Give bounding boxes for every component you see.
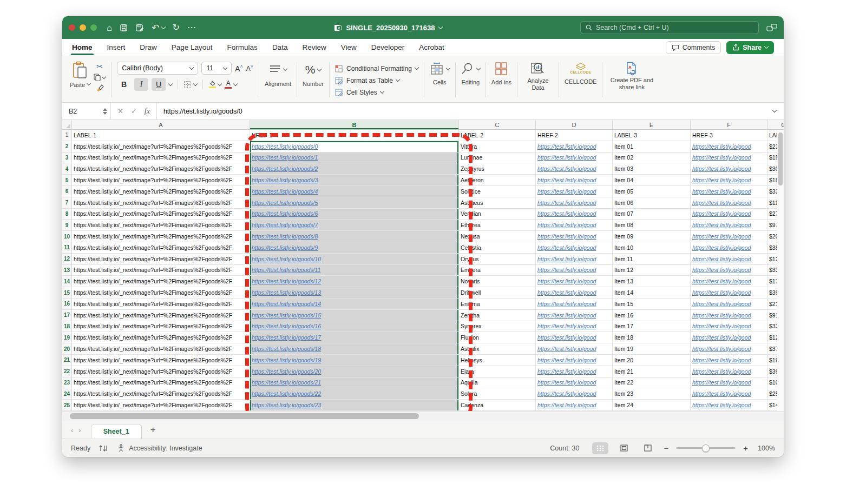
- column-header-B[interactable]: B: [250, 120, 459, 130]
- cell-D6[interactable]: https://test.listly.io/good: [536, 186, 613, 197]
- undo-icon[interactable]: ↶: [152, 23, 159, 32]
- redo-icon[interactable]: ↻: [173, 23, 180, 32]
- cell-C7[interactable]: Astraeus: [459, 197, 536, 209]
- cell-E22[interactable]: Item 21: [613, 366, 691, 377]
- cell-C19[interactable]: Fluxion: [459, 332, 536, 343]
- copy-button[interactable]: [94, 74, 106, 81]
- enter-icon[interactable]: ✓: [131, 107, 137, 115]
- cell-C18[interactable]: Synerex: [459, 321, 536, 333]
- cell-D3[interactable]: https://test.listly.io/good: [536, 152, 613, 164]
- cell-D10[interactable]: https://test.listly.io/good: [536, 231, 613, 242]
- title-dropdown-chevron-icon[interactable]: [438, 24, 442, 29]
- cell-B12[interactable]: https://test.listly.io/goods/10: [250, 254, 459, 265]
- paste-button[interactable]: Paste: [70, 61, 90, 89]
- cell-B23[interactable]: https://test.listly.io/goods/21: [250, 377, 459, 389]
- cell-F3[interactable]: https://test.listly.io/good: [691, 152, 767, 164]
- menu-tab-data[interactable]: Data: [272, 39, 288, 56]
- row-header-10[interactable]: 10: [62, 231, 72, 242]
- share-button[interactable]: Share: [726, 41, 774, 54]
- cell-E1[interactable]: LABEL-3: [613, 130, 691, 141]
- save-as-icon[interactable]: [135, 24, 144, 32]
- cell-C14[interactable]: Novaris: [459, 276, 536, 287]
- addins-group[interactable]: Add-ins: [491, 59, 511, 101]
- cell-E13[interactable]: Item 12: [613, 265, 691, 276]
- row-header-17[interactable]: 17: [62, 310, 72, 321]
- cell-A5[interactable]: https://test.listly.io/_next/image?url=%…: [72, 175, 250, 186]
- minimize-window-button[interactable]: [80, 24, 86, 31]
- cell-D14[interactable]: https://test.listly.io/good: [536, 276, 613, 287]
- cell-A17[interactable]: https://test.listly.io/_next/image?url=%…: [72, 310, 250, 321]
- row-header-4[interactable]: 4: [62, 163, 72, 175]
- cell-A16[interactable]: https://test.listly.io/_next/image?url=%…: [72, 299, 250, 310]
- cell-D2[interactable]: https://test.listly.io/good: [536, 141, 613, 152]
- cell-A6[interactable]: https://test.listly.io/_next/image?url=%…: [72, 186, 250, 197]
- cell-D12[interactable]: https://test.listly.io/good: [536, 254, 613, 265]
- cell-E4[interactable]: Item 03: [613, 163, 691, 175]
- cell-E5[interactable]: Item 04: [613, 175, 691, 186]
- zoom-level[interactable]: 100%: [758, 445, 775, 452]
- cell-C25[interactable]: Cadenza: [459, 400, 536, 411]
- menu-tab-home[interactable]: Home: [72, 39, 93, 56]
- cell-B18[interactable]: https://test.listly.io/goods/16: [250, 321, 459, 333]
- cell-E2[interactable]: Item 01: [613, 141, 691, 152]
- row-header-3[interactable]: 3: [62, 152, 72, 164]
- cell-D21[interactable]: https://test.listly.io/good: [536, 355, 613, 366]
- cell-E10[interactable]: Item 09: [613, 231, 691, 242]
- zoom-out-button[interactable]: −: [664, 443, 668, 453]
- cell-A8[interactable]: https://test.listly.io/_next/image?url=%…: [72, 209, 250, 220]
- menu-tab-page-layout[interactable]: Page Layout: [172, 39, 213, 56]
- cut-button[interactable]: ✂: [96, 62, 103, 71]
- cell-E14[interactable]: Item 13: [613, 276, 691, 287]
- close-window-button[interactable]: [69, 24, 75, 31]
- next-sheet-icon[interactable]: ›: [78, 426, 81, 434]
- cell-C11[interactable]: Celestia: [459, 242, 536, 254]
- cell-B3[interactable]: https://test.listly.io/goods/1: [250, 152, 459, 164]
- menu-tab-acrobat[interactable]: Acrobat: [419, 39, 444, 56]
- cell-C20[interactable]: Astralix: [459, 343, 536, 355]
- column-header-G[interactable]: G: [767, 120, 784, 130]
- more-commands-icon[interactable]: ⋯: [187, 23, 196, 32]
- row-header-11[interactable]: 11: [62, 242, 72, 254]
- page-break-view-button[interactable]: [640, 442, 656, 454]
- cell-B5[interactable]: https://test.listly.io/goods/3: [250, 175, 459, 186]
- editing-group[interactable]: Editing: [461, 59, 480, 101]
- cell-C3[interactable]: Luminae: [459, 152, 536, 164]
- row-header-9[interactable]: 9: [62, 220, 72, 231]
- cell-C8[interactable]: Veridian: [459, 209, 536, 220]
- cell-F7[interactable]: https://test.listly.io/good: [691, 197, 767, 209]
- decrease-font-size-button[interactable]: A˅: [246, 64, 253, 72]
- column-header-C[interactable]: C: [459, 120, 536, 130]
- cell-E9[interactable]: Item 08: [613, 220, 691, 231]
- cell-E20[interactable]: Item 19: [613, 343, 691, 355]
- cell-F9[interactable]: https://test.listly.io/good: [691, 220, 767, 231]
- cell-D11[interactable]: https://test.listly.io/good: [536, 242, 613, 254]
- cell-D22[interactable]: https://test.listly.io/good: [536, 366, 613, 377]
- column-header-F[interactable]: F: [691, 120, 767, 130]
- font-name-select[interactable]: Calibri (Body): [117, 62, 198, 75]
- cell-E7[interactable]: Item 06: [613, 197, 691, 209]
- undo-dropdown-chevron-icon[interactable]: [161, 24, 165, 29]
- document-title-area[interactable]: X SINGLE_20250930_171638: [196, 24, 580, 32]
- format-painter-button[interactable]: [96, 84, 104, 91]
- menu-tab-formulas[interactable]: Formulas: [227, 39, 258, 56]
- cell-D4[interactable]: https://test.listly.io/good: [536, 163, 613, 175]
- cell-D20[interactable]: https://test.listly.io/good: [536, 343, 613, 355]
- row-header-1[interactable]: 1: [62, 130, 72, 141]
- row-header-15[interactable]: 15: [62, 287, 72, 299]
- cell-C12[interactable]: Oryxus: [459, 254, 536, 265]
- cell-B8[interactable]: https://test.listly.io/goods/6: [250, 209, 459, 220]
- name-box-stepper[interactable]: [103, 108, 107, 115]
- cell-F2[interactable]: https://test.listly.io/good: [691, 141, 767, 152]
- cell-B19[interactable]: https://test.listly.io/goods/17: [250, 332, 459, 343]
- home-icon[interactable]: ⌂: [107, 23, 112, 32]
- row-header-23[interactable]: 23: [62, 377, 72, 389]
- cell-F24[interactable]: https://test.listly.io/good: [691, 388, 767, 400]
- cell-B1[interactable]: HREF-1: [250, 130, 459, 141]
- font-size-select[interactable]: 11: [201, 62, 232, 75]
- sheet-tab[interactable]: Sheet_1: [91, 424, 142, 439]
- cell-E18[interactable]: Item 17: [613, 321, 691, 333]
- cell-B22[interactable]: https://test.listly.io/goods/20: [250, 366, 459, 377]
- column-header-A[interactable]: A: [72, 120, 250, 130]
- conditional-formatting-button[interactable]: Conditional Formatting: [335, 63, 418, 74]
- cell-F20[interactable]: https://test.listly.io/good: [691, 343, 767, 355]
